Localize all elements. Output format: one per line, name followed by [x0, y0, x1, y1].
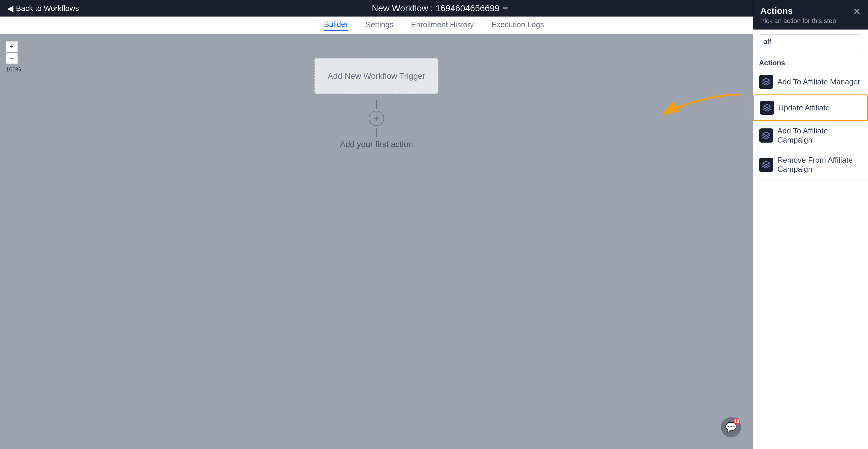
workflow-canvas: Add New Workflow Trigger + Add your firs… — [0, 34, 753, 449]
back-to-workflows-button[interactable]: ◀ Back to Workflows — [7, 4, 79, 13]
tab-execution-logs[interactable]: Execution Logs — [492, 20, 544, 30]
action-label-add-to-affiliate-campaign: Add To Affiliate Campaign — [777, 126, 862, 145]
title-area: New Workflow : 1694604656699 ✏ — [372, 3, 509, 13]
actions-section-label: Actions — [753, 54, 868, 69]
action-remove-from-affiliate-campaign[interactable]: Remove From Affiliate Campaign — [753, 150, 868, 180]
zoom-level: 100% — [6, 66, 21, 73]
edit-icon[interactable]: ✏ — [503, 4, 509, 12]
tab-settings[interactable]: Settings — [366, 20, 393, 30]
connector-line — [376, 100, 377, 109]
add-action-label: Add your first action — [340, 140, 413, 149]
zoom-controls: + − 100% — [6, 41, 21, 73]
panel-subtitle: Pick an action for this step — [760, 17, 836, 25]
tab-builder[interactable]: Builder — [324, 20, 348, 31]
add-action-area: + Add your first action — [340, 100, 413, 149]
zoom-in-button[interactable]: + — [6, 41, 18, 52]
action-add-to-affiliate-campaign[interactable]: Add To Affiliate Campaign — [753, 121, 868, 150]
tab-bar: Builder Settings Enrollment History Exec… — [0, 17, 868, 34]
close-panel-button[interactable]: ✕ — [853, 6, 861, 17]
add-action-button[interactable]: + — [369, 111, 384, 126]
chat-button[interactable]: 💬 10 — [721, 417, 741, 437]
connector-line-2 — [376, 128, 377, 137]
plus-icon: + — [374, 113, 379, 124]
affiliate-icon-1 — [759, 75, 773, 89]
search-area — [753, 30, 868, 54]
action-add-to-affiliate-manager[interactable]: Add To Affiliate Manager — [753, 69, 868, 94]
actions-panel: Actions Pick an action for this step ✕ A… — [753, 0, 868, 449]
search-input[interactable] — [759, 34, 862, 49]
action-label-remove-from-affiliate-campaign: Remove From Affiliate Campaign — [777, 156, 862, 174]
top-bar: ◀ Back to Workflows New Workflow : 16946… — [0, 0, 868, 17]
action-label-update-affiliate: Update Affiliate — [778, 103, 830, 113]
panel-title-area: Actions Pick an action for this step — [760, 6, 836, 25]
add-trigger-box[interactable]: Add New Workflow Trigger — [314, 58, 438, 94]
workflow-title: New Workflow : 1694604656699 — [372, 3, 500, 13]
affiliate-icon-2 — [760, 101, 774, 115]
back-label: Back to Workflows — [16, 4, 79, 13]
affiliate-icon-4 — [759, 158, 773, 172]
action-update-affiliate[interactable]: Update Affiliate — [753, 94, 868, 121]
affiliate-icon-3 — [759, 128, 773, 142]
zoom-out-button[interactable]: − — [6, 53, 18, 64]
panel-body: Actions Add To Affiliate Manager Update … — [753, 54, 868, 449]
trigger-box-label: Add New Workflow Trigger — [328, 71, 426, 81]
panel-header: Actions Pick an action for this step ✕ — [753, 0, 868, 30]
action-label-add-to-affiliate-manager: Add To Affiliate Manager — [777, 77, 860, 87]
tab-enrollment-history[interactable]: Enrollment History — [411, 20, 473, 30]
notification-badge: 10 — [733, 418, 740, 425]
back-arrow-icon: ◀ — [7, 4, 13, 13]
panel-title: Actions — [760, 6, 836, 16]
